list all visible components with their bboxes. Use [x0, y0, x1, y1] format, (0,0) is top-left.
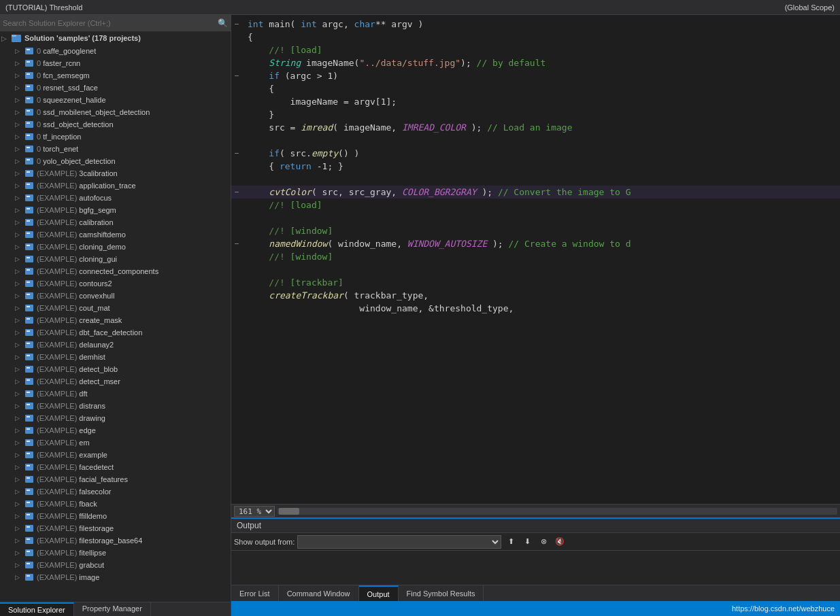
code-line: − namedWindow( window_name, WINDOW_AUTOS… — [231, 237, 840, 250]
svg-rect-47 — [27, 318, 30, 320]
tree-item[interactable]: ▷ (EXAMPLE) example — [0, 449, 231, 461]
tree-item[interactable]: ▷ (EXAMPLE) 3calibration — [0, 167, 231, 179]
sidebar-tab-property-manager[interactable]: Property Manager — [74, 602, 151, 616]
tree-item[interactable]: ▷ 0 fcn_semsegm — [0, 69, 231, 82]
tree-item[interactable]: ▷ (EXAMPLE) fitellipse — [0, 547, 231, 559]
tree-item[interactable]: ▷ (EXAMPLE) dft — [0, 388, 231, 400]
output-source-dropdown[interactable] — [297, 535, 501, 549]
tree-item[interactable]: ▷ (EXAMPLE) calibration — [0, 216, 231, 228]
toolbar-btn-4[interactable]: 🔇 — [553, 535, 567, 549]
svg-rect-6 — [25, 72, 33, 79]
svg-rect-20 — [25, 158, 33, 165]
tree-item[interactable]: ▷ (EXAMPLE) connected_components — [0, 265, 231, 277]
tree-item[interactable]: ▷ 0 caffe_googlenet — [0, 45, 231, 57]
svg-rect-40 — [25, 280, 33, 287]
tree-item[interactable]: ▷ (EXAMPLE) ffilldemo — [0, 510, 231, 522]
tab-find-symbol-results[interactable]: Find Symbol Results — [399, 585, 484, 602]
toolbar-btn-2[interactable]: ⬇ — [520, 535, 534, 549]
tree-item[interactable]: ▷ (EXAMPLE) create_mask — [0, 314, 231, 326]
tree-item[interactable]: ▷ (EXAMPLE) cloning_gui — [0, 253, 231, 265]
solution-explorer-search[interactable]: 🔍 — [0, 15, 231, 31]
svg-rect-67 — [27, 441, 30, 442]
toolbar-btn-1[interactable]: ⬆ — [504, 535, 518, 549]
svg-rect-89 — [27, 575, 30, 577]
tree-item[interactable]: ▷ (EXAMPLE) detect_mser — [0, 375, 231, 388]
svg-rect-44 — [25, 305, 33, 311]
bottom-tab-bar: Error List Command Window Output Find Sy… — [231, 585, 840, 601]
code-line: //! [load] — [231, 199, 840, 211]
tree-item[interactable]: ▷ (EXAMPLE) fback — [0, 498, 231, 510]
code-line: window_name, &threshold_type, — [231, 302, 840, 315]
tree-item[interactable]: ▷ (EXAMPLE) facedetect — [0, 461, 231, 473]
solution-root-label: Solution 'samples' (178 projects) — [24, 34, 141, 42]
code-line — [231, 134, 840, 147]
svg-rect-28 — [25, 207, 33, 213]
svg-rect-71 — [27, 465, 30, 466]
tree-item[interactable]: ▷ (EXAMPLE) convexhull — [0, 290, 231, 302]
search-input[interactable] — [3, 19, 218, 27]
svg-rect-52 — [25, 354, 33, 360]
tree-item[interactable]: ▷ 0 yolo_object_detection — [0, 155, 231, 167]
show-output-label: Show output from: — [234, 538, 295, 546]
svg-rect-24 — [25, 182, 33, 189]
tree-item[interactable]: ▷ (EXAMPLE) cout_mat — [0, 302, 231, 314]
tree-item[interactable]: ▷ (EXAMPLE) falsecolor — [0, 485, 231, 498]
tree-item[interactable]: ▷ 0 tf_inception — [0, 131, 231, 143]
tree-item[interactable]: ▷ (EXAMPLE) autofocus — [0, 192, 231, 204]
svg-rect-22 — [25, 170, 33, 177]
tree-item[interactable]: ▷ (EXAMPLE) camshiftdemo — [0, 228, 231, 241]
tree-item[interactable]: ▷ (EXAMPLE) filestorage — [0, 522, 231, 534]
svg-rect-46 — [25, 317, 33, 324]
svg-rect-23 — [27, 171, 30, 173]
tree-item[interactable]: ▷ (EXAMPLE) em — [0, 437, 231, 449]
tree-item[interactable]: ▷ (EXAMPLE) facial_features — [0, 473, 231, 485]
tree-item[interactable]: ▷ (EXAMPLE) application_trace — [0, 179, 231, 192]
tree-item[interactable]: ▷ 0 ssd_object_detection — [0, 118, 231, 131]
tab-error-list[interactable]: Error List — [231, 585, 279, 602]
tab-output[interactable]: Output — [359, 585, 399, 602]
svg-rect-85 — [27, 551, 30, 552]
tree-item[interactable]: ▷ (EXAMPLE) cloning_demo — [0, 241, 231, 253]
svg-rect-70 — [25, 464, 33, 470]
tree-item[interactable]: ▷ (EXAMPLE) distrans — [0, 400, 231, 412]
tree-item[interactable]: ▷ (EXAMPLE) delaunay2 — [0, 339, 231, 351]
code-line: − if( src.empty() ) — [231, 147, 840, 160]
tree-item[interactable]: ▷ 0 resnet_ssd_face — [0, 82, 231, 94]
tree-item[interactable]: ▷ (EXAMPLE) edge — [0, 424, 231, 437]
tree-root[interactable]: ▷ Solution 'samples' (178 projects) — [0, 31, 231, 45]
tree-item[interactable]: ▷ (EXAMPLE) contours2 — [0, 277, 231, 290]
tree-item[interactable]: ▷ (EXAMPLE) bgfg_segm — [0, 204, 231, 216]
svg-rect-61 — [27, 404, 30, 405]
solution-tree: ▷ Solution 'samples' (178 projects) ▷ 0 … — [0, 31, 231, 602]
status-text: https://blog.csdn.net/webzhuce — [732, 604, 835, 613]
svg-rect-15 — [27, 122, 30, 124]
svg-rect-45 — [27, 306, 30, 307]
code-editor[interactable]: − int main( int argc, char** argv ) { //… — [231, 15, 840, 504]
svg-rect-4 — [25, 60, 33, 67]
svg-rect-29 — [27, 208, 30, 209]
tree-item[interactable]: ▷ (EXAMPLE) demhist — [0, 351, 231, 363]
tree-item[interactable]: ▷ 0 torch_enet — [0, 143, 231, 155]
svg-rect-60 — [25, 403, 33, 409]
tree-item[interactable]: ▷ (EXAMPLE) grabcut — [0, 559, 231, 571]
tree-item[interactable]: ▷ (EXAMPLE) dbt_face_detection — [0, 326, 231, 339]
svg-rect-39 — [27, 269, 30, 271]
toolbar-btn-3[interactable]: ⊗ — [537, 535, 550, 549]
tree-item[interactable]: ▷ (EXAMPLE) filestorage_base64 — [0, 534, 231, 547]
zoom-select[interactable]: 100 % 125 % 150 % 161 % 200 % — [234, 506, 275, 517]
sidebar-tab-solution-explorer[interactable]: Solution Explorer — [0, 602, 74, 616]
svg-rect-56 — [25, 378, 33, 385]
tree-item[interactable]: ▷ 0 ssd_mobilenet_object_detection — [0, 106, 231, 118]
output-panel: Output Show output from: ⬆ ⬇ ⊗ 🔇 — [231, 517, 840, 585]
tree-item[interactable]: ▷ 0 squeezenet_halide — [0, 94, 231, 106]
svg-rect-63 — [27, 416, 30, 417]
svg-rect-80 — [25, 525, 33, 532]
tab-command-window[interactable]: Command Window — [279, 585, 359, 602]
tree-item[interactable]: ▷ (EXAMPLE) detect_blob — [0, 363, 231, 375]
svg-rect-69 — [27, 453, 30, 454]
tree-item[interactable]: ▷ 0 faster_rcnn — [0, 57, 231, 69]
code-line: //! [load] — [231, 44, 840, 56]
svg-rect-57 — [27, 379, 30, 381]
tree-item[interactable]: ▷ (EXAMPLE) image — [0, 571, 231, 583]
tree-item[interactable]: ▷ (EXAMPLE) drawing — [0, 412, 231, 424]
